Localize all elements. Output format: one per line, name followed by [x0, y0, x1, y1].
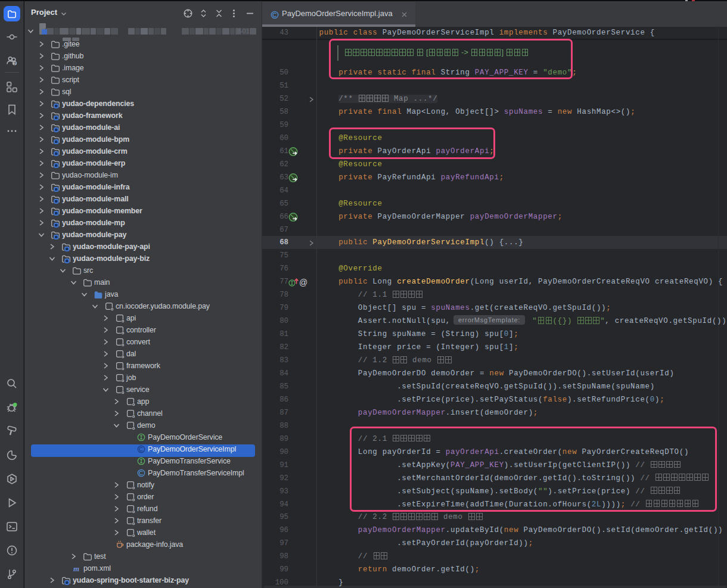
svg-text:?: ?	[14, 61, 17, 66]
svg-text:@: @	[299, 278, 307, 287]
